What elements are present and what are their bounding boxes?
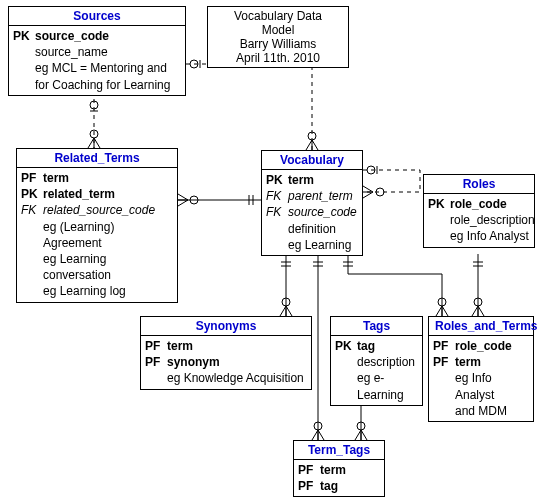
entity-term-tags-header: Term_Tags [294,441,384,460]
attribute-key [13,60,35,76]
attribute-name: eg (Learning) Agreement [43,219,173,251]
attribute-row: PFterm [21,170,173,186]
attribute-name: parent_term [288,188,358,204]
attribute-name: for Coaching for Learning [35,77,181,93]
entity-roles-header: Roles [424,175,534,194]
svg-line-24 [178,200,188,206]
attribute-key [21,251,43,283]
attribute-row: eg Info Analyst [433,370,529,402]
attribute-key: PK [266,172,288,188]
attribute-key: FK [266,204,288,220]
svg-line-58 [478,306,484,316]
attribute-key: PK [428,196,450,212]
attribute-key: PK [13,28,35,44]
attribute-row: FKsource_code [266,204,358,220]
attribute-key: PK [335,338,357,354]
attribute-key [21,283,43,299]
svg-point-1 [90,101,98,109]
entity-vocabulary: Vocabulary PKtermFKparent_termFKsource_c… [261,150,363,256]
svg-point-29 [282,298,290,306]
attribute-key [13,44,35,60]
entity-related-terms-header: Related_Terms [17,149,177,168]
attribute-key: PF [145,338,167,354]
svg-line-10 [306,140,312,150]
attribute-row: PKterm [266,172,358,188]
attribute-row: PFterm [145,338,307,354]
attribute-name: source_code [288,204,358,220]
svg-point-9 [308,132,316,140]
attribute-key: FK [266,188,288,204]
attribute-name: synonym [167,354,307,370]
attribute-row: PKrelated_term [21,186,173,202]
attribute-row: PKsource_code [13,28,181,44]
attribute-row: definition [266,221,358,237]
attribute-row: PFrole_code [433,338,529,354]
svg-line-38 [318,430,324,440]
diagram-info-box: Vocabulary Data Model Barry Williams Apr… [207,6,349,68]
attribute-name: tag [357,338,418,354]
attribute-row: PKtag [335,338,418,354]
attribute-row: and MDM [433,403,529,419]
attribute-key [433,370,455,402]
attribute-key: FK [21,202,43,218]
attribute-name: definition [288,221,358,237]
entity-sources-body: PKsource_codesource_nameeg MCL = Mentori… [9,26,185,95]
attribute-name: eg Info Analyst [450,228,530,244]
attribute-key [428,228,450,244]
attribute-row: for Coaching for Learning [13,77,181,93]
entity-related-terms-body: PFtermPKrelated_termFKrelated_source_cod… [17,168,177,302]
entity-roles-and-terms: Roles_and_Terms PFrole_codePFtermeg Info… [428,316,534,422]
attribute-key [13,77,35,93]
svg-point-3 [90,130,98,138]
attribute-key: PF [21,170,43,186]
svg-point-13 [367,166,375,174]
attribute-row: PKrole_code [428,196,530,212]
entity-term-tags-body: PFtermPFtag [294,460,384,496]
attribute-key: PF [298,478,320,494]
entity-tags-header: Tags [331,317,422,336]
svg-line-23 [178,194,188,200]
attribute-name: eg Learning [288,237,358,253]
attribute-name: term [288,172,358,188]
attribute-key: PF [145,354,167,370]
diagram-title: Vocabulary Data Model [216,9,340,37]
svg-line-44 [442,306,448,316]
entity-sources-header: Sources [9,7,185,26]
svg-line-37 [312,430,318,440]
attribute-name: and MDM [455,403,529,419]
attribute-key: PK [21,186,43,202]
attribute-key [266,237,288,253]
attribute-key [145,370,167,386]
attribute-key: PF [433,338,455,354]
attribute-name: description [357,354,418,370]
entity-roles-and-terms-body: PFrole_codePFtermeg Info Analystand MDM [429,336,533,421]
svg-point-7 [190,60,198,68]
entity-synonyms-body: PFtermPFsynonymeg Knowledge Acquisition [141,336,311,389]
attribute-row: role_description [428,212,530,228]
svg-point-22 [190,196,198,204]
attribute-row: eg Info Analyst [428,228,530,244]
entity-tags: Tags PKtagdescriptioneg e-Learning [330,316,423,406]
diagram-author: Barry Williams [216,37,340,51]
svg-point-49 [357,422,365,430]
svg-line-5 [94,138,100,148]
entity-term-tags: Term_Tags PFtermPFtag [293,440,385,497]
entity-roles: Roles PKrole_coderole_descriptioneg Info… [423,174,535,248]
entity-roles-and-terms-header: Roles_and_Terms [429,317,533,336]
attribute-row: eg Learning log [21,283,173,299]
attribute-name: role_code [455,338,529,354]
svg-line-43 [436,306,442,316]
svg-line-31 [286,306,292,316]
attribute-key [335,370,357,402]
svg-line-30 [280,306,286,316]
entity-related-terms: Related_Terms PFtermPKrelated_termFKrela… [16,148,178,303]
attribute-name: eg Knowledge Acquisition [167,370,307,386]
entity-roles-body: PKrole_coderole_descriptioneg Info Analy… [424,194,534,247]
attribute-name: source_name [35,44,181,60]
attribute-key: PF [433,354,455,370]
attribute-name: eg Learning log [43,283,173,299]
diagram-date: April 11th. 2010 [216,51,340,65]
svg-line-11 [312,140,318,150]
svg-line-4 [88,138,94,148]
attribute-name: term [320,462,380,478]
